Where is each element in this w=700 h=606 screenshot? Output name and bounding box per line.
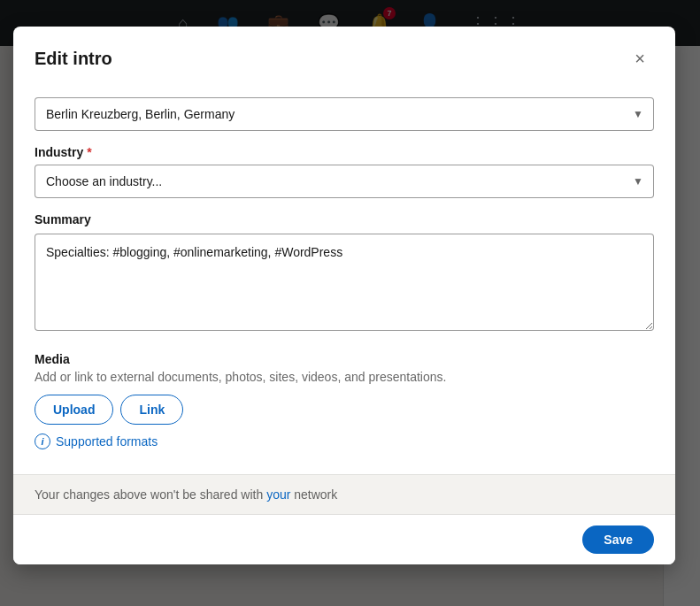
location-field-wrapper: Berlin Kreuzberg, Berlin, Germany ▼: [35, 97, 654, 131]
modal-title: Edit intro: [35, 49, 112, 69]
edit-intro-modal: Edit intro × Berlin Kreuzberg, Berlin, G…: [13, 27, 675, 564]
summary-textarea[interactable]: Specialties: #blogging, #onlinemarketing…: [35, 234, 654, 331]
link-button[interactable]: Link: [120, 395, 183, 425]
summary-label: Summary: [35, 212, 654, 226]
media-title: Media: [35, 352, 654, 366]
required-indicator: *: [87, 145, 91, 159]
supported-formats-link[interactable]: i Supported formats: [35, 433, 654, 449]
industry-label: Industry *: [35, 145, 654, 159]
footer-notice: Your changes above won't be shared with …: [13, 474, 675, 514]
your-network-link[interactable]: your: [266, 487, 290, 502]
info-icon: i: [35, 433, 50, 449]
modal-footer-actions: Save: [13, 514, 675, 564]
modal-body: Berlin Kreuzberg, Berlin, Germany ▼ Indu…: [13, 87, 675, 467]
industry-select-wrapper: Choose an industry... ▼: [35, 165, 654, 198]
industry-field-wrapper: Industry * Choose an industry... ▼: [35, 145, 654, 198]
upload-button[interactable]: Upload: [35, 395, 113, 425]
media-description: Add or link to external documents, photo…: [35, 370, 654, 384]
close-button[interactable]: ×: [626, 44, 654, 73]
media-section: Media Add or link to external documents,…: [35, 352, 654, 449]
industry-select[interactable]: Choose an industry...: [35, 165, 654, 198]
media-buttons: Upload Link: [35, 395, 654, 425]
save-button[interactable]: Save: [582, 525, 654, 554]
modal-header: Edit intro ×: [13, 27, 675, 87]
supported-formats-text: Supported formats: [56, 434, 158, 449]
summary-field-wrapper: Summary Specialties: #blogging, #onlinem…: [35, 212, 654, 334]
location-select[interactable]: Berlin Kreuzberg, Berlin, Germany: [35, 97, 654, 131]
